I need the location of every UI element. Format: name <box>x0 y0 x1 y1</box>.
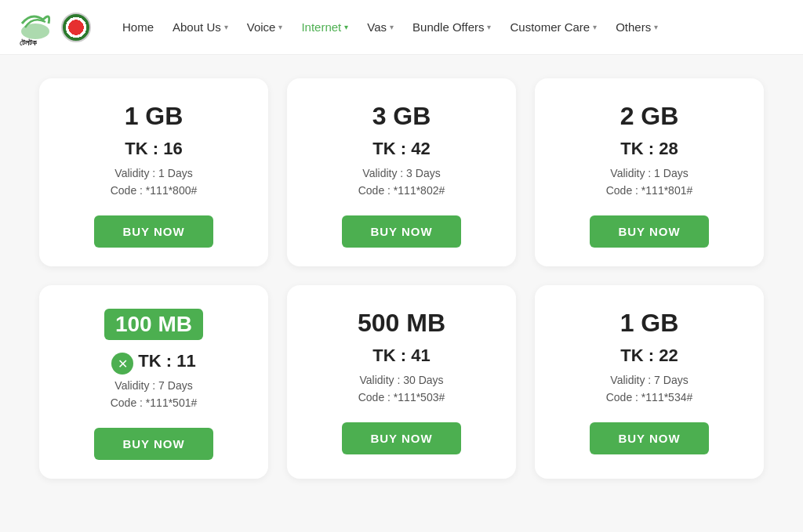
nav-item-voice[interactable]: Voice ▾ <box>239 14 291 40</box>
card-price: TK : 22 <box>620 346 678 366</box>
nav-item-vas[interactable]: Vas ▾ <box>359 14 402 40</box>
buy-now-button[interactable]: BUY NOW <box>94 428 213 460</box>
internet-card-4: 100 MB ✕ TK : 11 Validity : 7 Days Code … <box>39 285 268 479</box>
nav-item-customer-care[interactable]: Customer Care ▾ <box>502 14 605 40</box>
nav-links: Home About Us ▾ Voice ▾ Internet ▾ Vas ▾… <box>114 14 666 40</box>
card-code: Code : *111*801# <box>606 184 693 197</box>
card-data-label: 1 GB <box>125 102 183 131</box>
bangladesh-emblem <box>61 13 91 42</box>
card-price: TK : 11 <box>138 351 195 371</box>
card-validity: Validity : 7 Days <box>114 379 192 392</box>
card-data-label: 2 GB <box>620 102 679 131</box>
nav-item-home[interactable]: Home <box>114 14 162 40</box>
svg-text:টেলটক: টেলটক <box>20 38 38 47</box>
card-code: Code : *111*503# <box>358 391 445 404</box>
nav-item-internet[interactable]: Internet ▾ <box>293 14 356 40</box>
card-data-label: 1 GB <box>620 309 679 338</box>
internet-card-2: 3 GB TK : 42 Validity : 3 Days Code : *1… <box>287 78 516 266</box>
card-validity: Validity : 1 Days <box>610 167 688 179</box>
navbar: টেলটক Home About Us ▾ Voice ▾ Internet ▾… <box>0 0 803 55</box>
card-validity: Validity : 30 Days <box>359 374 443 386</box>
nav-link-voice[interactable]: Voice ▾ <box>239 14 291 40</box>
chevron-down-icon: ▾ <box>593 23 597 31</box>
card-validity: Validity : 1 Days <box>114 167 192 179</box>
card-validity: Validity : 3 Days <box>362 167 440 179</box>
card-price: TK : 42 <box>372 139 430 159</box>
nav-item-bundle[interactable]: Bundle Offers ▾ <box>405 14 499 40</box>
nav-link-customer-care[interactable]: Customer Care ▾ <box>502 14 605 40</box>
internet-card-5: 500 MB TK : 41 Validity : 30 Days Code :… <box>287 285 516 479</box>
card-code: Code : *111*802# <box>358 184 445 197</box>
card-data-label: 100 MB <box>104 309 203 340</box>
buy-now-button[interactable]: BUY NOW <box>590 215 708 248</box>
nav-link-about[interactable]: About Us ▾ <box>165 14 236 40</box>
nav-link-internet[interactable]: Internet ▾ <box>293 14 356 40</box>
chevron-down-icon: ▾ <box>224 23 228 31</box>
nav-link-others[interactable]: Others ▾ <box>608 14 666 40</box>
internet-card-1: 1 GB TK : 16 Validity : 1 Days Code : *1… <box>39 78 268 266</box>
internet-card-3: 2 GB TK : 28 Validity : 1 Days Code : *1… <box>535 78 764 266</box>
buy-now-button[interactable]: BUY NOW <box>342 422 460 454</box>
main-content: 1 GB TK : 16 Validity : 1 Days Code : *1… <box>0 55 803 532</box>
buy-now-button[interactable]: BUY NOW <box>94 215 213 248</box>
nav-item-others[interactable]: Others ▾ <box>608 14 666 40</box>
card-data-label: 3 GB <box>372 102 431 131</box>
nav-link-home[interactable]: Home <box>114 14 162 40</box>
chevron-down-icon: ▾ <box>654 23 658 31</box>
chevron-down-icon: ▾ <box>390 23 394 31</box>
nav-link-vas[interactable]: Vas ▾ <box>359 14 402 40</box>
card-data-label: 500 MB <box>358 309 445 338</box>
card-code: Code : *111*501# <box>111 396 198 409</box>
logo-area: টেলটক <box>16 8 91 47</box>
card-code: Code : *111*534# <box>606 391 693 404</box>
buy-now-button[interactable]: BUY NOW <box>590 422 708 454</box>
card-price: TK : 28 <box>620 139 678 159</box>
cards-grid: 1 GB TK : 16 Validity : 1 Days Code : *1… <box>39 78 764 479</box>
nav-link-bundle[interactable]: Bundle Offers ▾ <box>405 14 499 40</box>
card-code: Code : *111*800# <box>111 184 198 197</box>
chevron-down-icon: ▾ <box>344 23 348 31</box>
chevron-down-icon: ▾ <box>487 23 491 31</box>
nav-item-about[interactable]: About Us ▾ <box>165 14 236 40</box>
card-validity: Validity : 7 Days <box>610 374 688 386</box>
buy-now-button[interactable]: BUY NOW <box>342 215 460 248</box>
info-icon: ✕ <box>111 353 133 375</box>
card-price: TK : 16 <box>125 139 182 159</box>
logo-icon: টেলটক <box>16 8 55 47</box>
chevron-down-icon: ▾ <box>278 23 282 31</box>
internet-card-6: 1 GB TK : 22 Validity : 7 Days Code : *1… <box>535 285 764 479</box>
card-price: TK : 41 <box>372 346 430 366</box>
